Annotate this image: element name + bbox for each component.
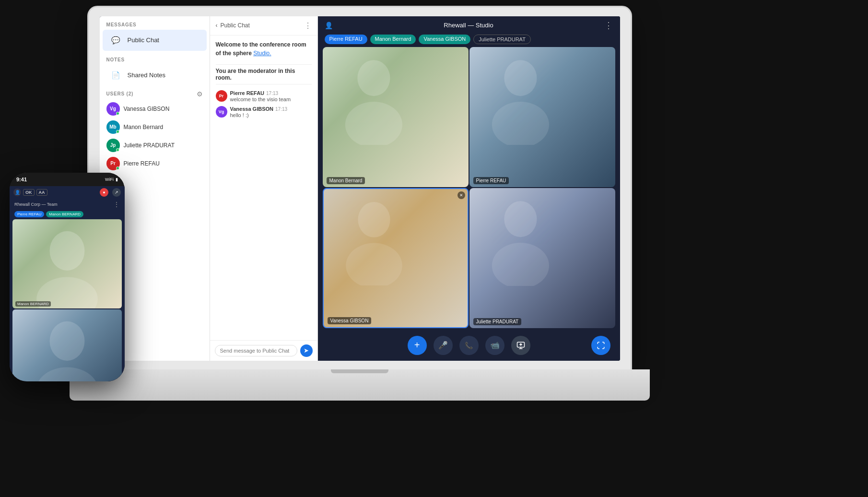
fullscreen-icon xyxy=(597,341,605,350)
avatar: Pr xyxy=(106,157,120,170)
message-body: Pierre REFAU 17:13 welcome to the visio … xyxy=(230,90,312,102)
messages-section-label: MESSAGES xyxy=(100,16,210,29)
svg-point-1 xyxy=(345,102,402,145)
record-button[interactable]: ● xyxy=(100,188,108,197)
person-icon: 👤 xyxy=(325,22,333,29)
sidebar-item-shared-notes[interactable]: 📄 Shared Notes xyxy=(103,65,207,86)
phone-topbar: 👤 OK AA ● ↗ xyxy=(10,186,125,199)
list-item: Pr Pierre REFAU xyxy=(100,154,210,173)
welcome-link[interactable]: Studio. xyxy=(253,50,271,57)
video-cell-juliette: Juliette PRADURAT xyxy=(469,188,615,328)
phone-shell: 9:41 WiFi ▮ 👤 OK AA ● ↗ Rhewall Corp — T… xyxy=(10,173,125,381)
person-silhouette xyxy=(12,309,122,381)
gear-icon[interactable]: ⚙ xyxy=(197,90,203,98)
chat-panel: ‹ Public Chat ⋮ Welcome to the conferenc… xyxy=(210,16,318,361)
chat-message: Vg Vanessa GIBSON 17:13 hello ! :) xyxy=(216,106,312,118)
share-button[interactable]: ↗ xyxy=(112,188,121,197)
message-body: Vanessa GIBSON 17:13 hello ! :) xyxy=(230,106,312,118)
video-cell-vanessa: ✕ Vanessa GIBSON xyxy=(323,188,469,328)
screen-share-icon xyxy=(516,341,525,350)
users-header: USERS (2) ⚙ xyxy=(100,86,210,100)
close-cell-button[interactable]: ✕ xyxy=(457,191,465,199)
camera-button[interactable]: 📹 xyxy=(485,336,504,355)
video-cell-label: Pierre REFAU xyxy=(473,177,509,184)
chat-input[interactable] xyxy=(215,345,297,356)
laptop-bezel: MESSAGES 💬 Public Chat NOTES 📄 Shared No… xyxy=(89,7,631,369)
phone-video-cell-manon: Manon BERNARD xyxy=(12,219,122,308)
mic-button[interactable]: 🎤 xyxy=(434,336,453,355)
avatar-initials: Jp xyxy=(110,142,116,148)
users-section-label: USERS (2) xyxy=(106,91,134,96)
avatar: Jp xyxy=(106,139,120,152)
video-cell-label: Juliette PRADURAT xyxy=(473,318,522,325)
phone-participant-pill[interactable]: Pierre REFAU xyxy=(14,211,44,217)
svg-point-7 xyxy=(492,243,549,286)
battery-icon: ▮ xyxy=(116,177,118,182)
send-button[interactable]: ➤ xyxy=(300,344,313,357)
add-button[interactable]: + xyxy=(408,336,427,355)
chat-input-area: ➤ xyxy=(210,340,317,361)
svg-point-11 xyxy=(50,321,85,361)
video-title: Rhewall — Studio xyxy=(444,22,493,29)
svg-point-12 xyxy=(36,367,98,381)
user-icon: 👤 xyxy=(13,189,21,196)
video-cell-label: Vanessa GIBSON xyxy=(328,317,372,324)
sidebar-item-public-chat[interactable]: 💬 Public Chat xyxy=(103,30,207,51)
participant-pill[interactable]: Pierre REFAU xyxy=(325,35,367,44)
aa-button[interactable]: AA xyxy=(36,189,47,196)
user-name: Vanessa GIBSON xyxy=(124,106,170,112)
message-author: Pierre REFAU xyxy=(230,90,265,96)
participant-pill[interactable]: Vanessa GIBSON xyxy=(419,35,470,44)
phone-status-icons: WiFi ▮ xyxy=(105,177,118,182)
video-controls: + 🎤 📞 📹 xyxy=(318,332,620,361)
fullscreen-button[interactable] xyxy=(591,336,610,355)
online-dot xyxy=(116,166,119,170)
participant-pill[interactable]: Juliette PRADURAT xyxy=(473,35,531,44)
video-cell-manon: Manon Bernard xyxy=(323,47,469,187)
video-cell-pierre: Pierre REFAU xyxy=(469,47,615,187)
notes-icon: 📄 xyxy=(109,69,123,82)
avatar-initials: Pr xyxy=(110,161,116,166)
message-text: hello ! :) xyxy=(230,112,312,118)
list-item: Vg Vanessa GIBSON xyxy=(100,100,210,118)
participant-pill[interactable]: Manon Bernard xyxy=(370,35,416,44)
phone-participants-bar: Pierre REFAU Manon BERNARD xyxy=(10,210,125,218)
public-chat-label: Public Chat xyxy=(128,36,159,44)
phone-button[interactable]: 📞 xyxy=(459,336,479,355)
message-time: 17:13 xyxy=(266,91,278,96)
ok-button[interactable]: OK xyxy=(23,189,35,196)
phone-meeting-header: Rhewall Corp — Team ⋮ xyxy=(10,199,125,210)
more-options-icon[interactable]: ⋮ xyxy=(604,20,613,31)
video-area: 👤 Rhewall — Studio ⋮ Pierre REFAU Manon … xyxy=(318,16,620,361)
participants-bar: Pierre REFAU Manon Bernard Vanessa GIBSO… xyxy=(318,35,620,47)
phone-more-icon[interactable]: ⋮ xyxy=(113,201,120,208)
list-item: Jp Juliette PRADURAT xyxy=(100,136,210,154)
svg-point-9 xyxy=(50,231,85,271)
laptop-screen: MESSAGES 💬 Public Chat NOTES 📄 Shared No… xyxy=(100,16,620,361)
wifi-icon: WiFi xyxy=(105,177,114,182)
phone-screen: 👤 OK AA ● ↗ Rhewall Corp — Team ⋮ Pierre… xyxy=(10,186,125,381)
avatar: Mb xyxy=(106,120,120,134)
chat-welcome-message: Welcome to the conference room of the sp… xyxy=(216,40,312,58)
controls-right xyxy=(591,336,610,355)
screen-share-button[interactable] xyxy=(511,336,530,355)
online-dot xyxy=(116,130,119,133)
phone-time: 9:41 xyxy=(16,177,27,182)
avatar-initials: Mb xyxy=(109,124,116,130)
message-avatar: Vg xyxy=(216,106,227,118)
person-silhouette xyxy=(12,219,122,308)
phone-notch xyxy=(48,173,86,182)
phone-participant-pill[interactable]: Manon BERNARD xyxy=(46,211,83,217)
chat-message: Pr Pierre REFAU 17:13 welcome to the vis… xyxy=(216,90,312,102)
laptop-base xyxy=(70,369,650,401)
user-name: Juliette PRADURAT xyxy=(124,142,175,149)
avatar-initials: Vg xyxy=(110,106,116,111)
chat-back[interactable]: ‹ Public Chat xyxy=(216,22,250,29)
moderator-notice: You are the moderator in this room. xyxy=(216,64,312,84)
back-icon: ‹ xyxy=(216,22,218,29)
more-icon[interactable]: ⋮ xyxy=(304,21,312,30)
laptop-shell: MESSAGES 💬 Public Chat NOTES 📄 Shared No… xyxy=(89,7,631,401)
shared-notes-label: Shared Notes xyxy=(128,71,166,79)
message-text: welcome to the visio team xyxy=(230,96,312,102)
person-silhouette xyxy=(324,189,424,286)
